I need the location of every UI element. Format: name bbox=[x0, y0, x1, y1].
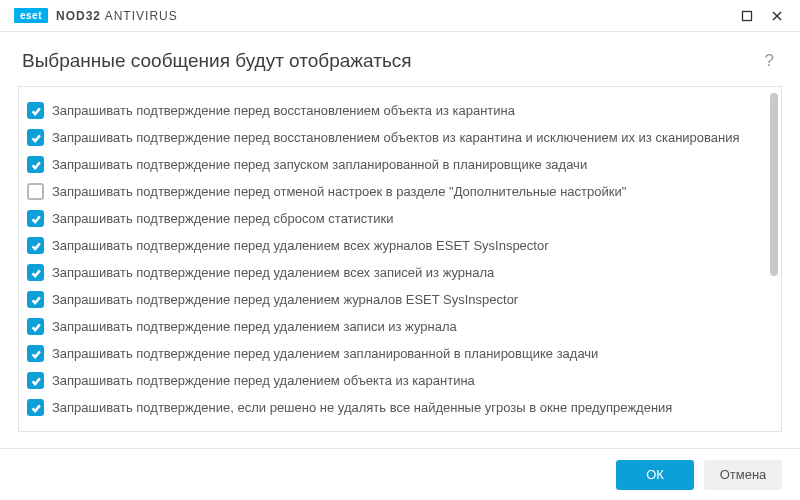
checkbox[interactable] bbox=[27, 237, 44, 254]
check-icon bbox=[30, 240, 42, 252]
close-icon bbox=[771, 10, 783, 22]
list-item-label: Запрашивать подтверждение перед удаление… bbox=[52, 238, 549, 253]
list-item-label: Запрашивать подтверждение перед удаление… bbox=[52, 265, 494, 280]
check-icon bbox=[30, 132, 42, 144]
dialog-footer: ОК Отмена bbox=[0, 448, 800, 500]
list-item: Запрашивать подтверждение перед запуском… bbox=[27, 151, 775, 178]
list-item: Запрашивать подтверждение перед удаление… bbox=[27, 313, 775, 340]
list-item: Запрашивать подтверждение перед удаление… bbox=[27, 259, 775, 286]
list-item-label: Запрашивать подтверждение перед удаление… bbox=[52, 346, 598, 361]
app-title-rest: ANTIVIRUS bbox=[101, 9, 178, 23]
list-item-label: Запрашивать подтверждение перед запуском… bbox=[52, 157, 587, 172]
ok-button[interactable]: ОК bbox=[616, 460, 694, 490]
list-item-label: Запрашивать подтверждение перед удаление… bbox=[52, 292, 518, 307]
checkbox[interactable] bbox=[27, 318, 44, 335]
messages-list: Запрашивать подтверждение перед восстано… bbox=[27, 97, 775, 421]
svg-rect-0 bbox=[743, 11, 752, 20]
checkbox[interactable] bbox=[27, 156, 44, 173]
help-icon: ? bbox=[765, 51, 774, 70]
list-item: Запрашивать подтверждение перед удаление… bbox=[27, 367, 775, 394]
messages-list-container: Запрашивать подтверждение перед восстано… bbox=[18, 86, 782, 432]
check-icon bbox=[30, 375, 42, 387]
titlebar: eset NOD32 ANTIVIRUS bbox=[0, 0, 800, 32]
list-item: Запрашивать подтверждение перед сбросом … bbox=[27, 205, 775, 232]
dialog-header: Выбранные сообщения будут отображаться ? bbox=[0, 32, 800, 86]
checkbox[interactable] bbox=[27, 129, 44, 146]
list-item-label: Запрашивать подтверждение перед сбросом … bbox=[52, 211, 393, 226]
window-close-button[interactable] bbox=[762, 4, 792, 28]
checkbox[interactable] bbox=[27, 399, 44, 416]
checkbox[interactable] bbox=[27, 102, 44, 119]
list-item-label: Запрашивать подтверждение перед удаление… bbox=[52, 319, 457, 334]
list-item-label: Запрашивать подтверждение, если решено н… bbox=[52, 400, 672, 415]
page-title: Выбранные сообщения будут отображаться bbox=[22, 50, 761, 72]
list-item: Запрашивать подтверждение перед отменой … bbox=[27, 178, 775, 205]
scrollbar-thumb[interactable] bbox=[770, 93, 778, 276]
list-item-label: Запрашивать подтверждение перед отменой … bbox=[52, 184, 626, 199]
scrollbar[interactable] bbox=[770, 93, 778, 425]
window-maximize-button[interactable] bbox=[732, 4, 762, 28]
list-item: Запрашивать подтверждение перед удаление… bbox=[27, 286, 775, 313]
brand-badge: eset bbox=[14, 8, 48, 23]
list-item: Запрашивать подтверждение перед удаление… bbox=[27, 340, 775, 367]
list-item-label: Запрашивать подтверждение перед восстано… bbox=[52, 130, 740, 145]
check-icon bbox=[30, 402, 42, 414]
checkbox[interactable] bbox=[27, 264, 44, 281]
check-icon bbox=[30, 294, 42, 306]
list-item: Запрашивать подтверждение, если решено н… bbox=[27, 394, 775, 421]
checkbox[interactable] bbox=[27, 372, 44, 389]
checkbox[interactable] bbox=[27, 345, 44, 362]
check-icon bbox=[30, 105, 42, 117]
checkbox[interactable] bbox=[27, 183, 44, 200]
check-icon bbox=[30, 159, 42, 171]
help-button[interactable]: ? bbox=[761, 51, 778, 71]
list-item-label: Запрашивать подтверждение перед удаление… bbox=[52, 373, 475, 388]
check-icon bbox=[30, 213, 42, 225]
maximize-icon bbox=[741, 10, 753, 22]
check-icon bbox=[30, 267, 42, 279]
checkbox[interactable] bbox=[27, 210, 44, 227]
checkbox[interactable] bbox=[27, 291, 44, 308]
list-item: Запрашивать подтверждение перед восстано… bbox=[27, 124, 775, 151]
app-title-bold: NOD32 bbox=[56, 9, 101, 23]
check-icon bbox=[30, 321, 42, 333]
list-item: Запрашивать подтверждение перед удаление… bbox=[27, 232, 775, 259]
list-item-label: Запрашивать подтверждение перед восстано… bbox=[52, 103, 515, 118]
app-title: NOD32 ANTIVIRUS bbox=[56, 9, 178, 23]
list-item: Запрашивать подтверждение перед восстано… bbox=[27, 97, 775, 124]
cancel-button[interactable]: Отмена bbox=[704, 460, 782, 490]
check-icon bbox=[30, 348, 42, 360]
